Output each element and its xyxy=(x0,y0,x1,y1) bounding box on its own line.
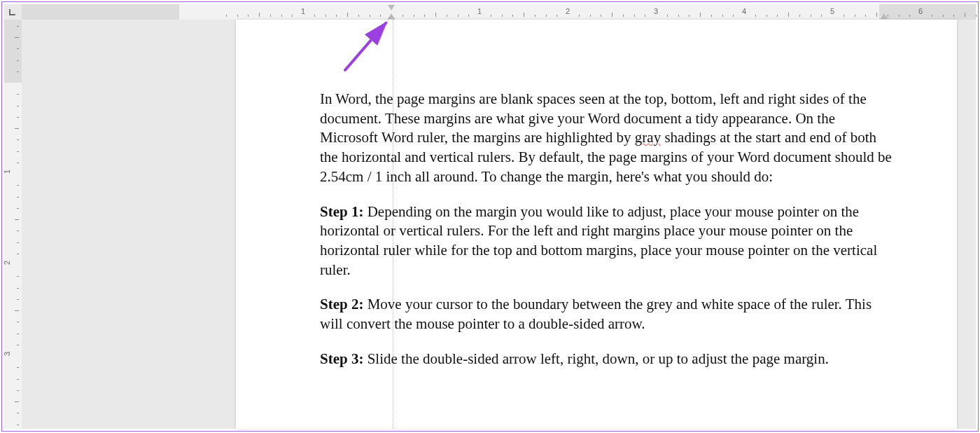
ruler-corner xyxy=(4,4,22,20)
paragraph-step-3[interactable]: Step 3: Slide the double-sided arrow lef… xyxy=(320,350,894,369)
first-line-indent-marker[interactable] xyxy=(388,5,395,11)
spellcheck-squiggle[interactable]: gray xyxy=(635,129,661,146)
paragraph-step-2[interactable]: Step 2: Move your cursor to the boundary… xyxy=(320,295,894,334)
app-frame: 1123456 123 In Word, the page margins ar… xyxy=(1,1,979,432)
right-indent-marker[interactable] xyxy=(881,13,888,19)
paragraph-step-1[interactable]: Step 1: Depending on the margin you woul… xyxy=(320,202,894,280)
editor-canvas: In Word, the page margins are blank spac… xyxy=(22,20,976,429)
h-ruler-ticks: 1123456 xyxy=(22,4,976,20)
horizontal-ruler[interactable]: 1123456 xyxy=(22,4,976,20)
step-3-label: Step 3: xyxy=(320,350,363,367)
tab-stop-icon xyxy=(8,8,18,18)
paragraph-intro[interactable]: In Word, the page margins are blank spac… xyxy=(320,90,894,187)
document-page[interactable]: In Word, the page margins are blank spac… xyxy=(236,20,957,429)
v-ruler-top-margin[interactable] xyxy=(4,20,22,83)
step-2-label: Step 2: xyxy=(320,296,363,312)
step-1-label: Step 1: xyxy=(320,203,363,220)
vertical-ruler[interactable]: 123 xyxy=(4,20,22,429)
document-body[interactable]: In Word, the page margins are blank spac… xyxy=(320,90,894,385)
